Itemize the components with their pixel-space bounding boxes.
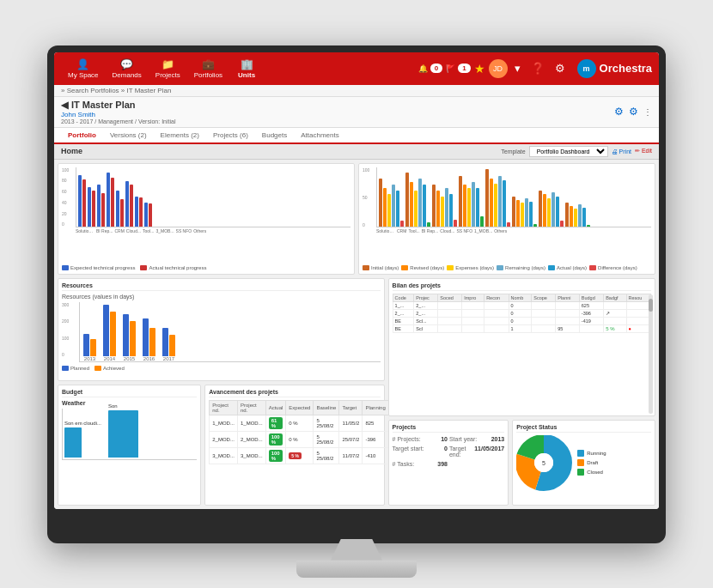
table-row: BEScl...0-419 (393, 317, 650, 324)
right-chart-box: 100 50 0 (358, 163, 655, 275)
tab-elements[interactable]: Elements (2) (154, 128, 206, 144)
projects-icon: 📁 (161, 58, 174, 70)
resources-subtitle: Resources (values in days) (62, 294, 381, 300)
demands-icon: 💬 (120, 58, 133, 70)
title-actions: ⚙ ⚙ ⋮ (614, 106, 652, 118)
left-column: Resources Resources (values in days) 300… (58, 278, 385, 506)
budget-avancement-row: Budget Weather Son em cloudi... Son (58, 385, 385, 506)
projects-info: # Projects: 10 Start year: 2013 Target s… (393, 435, 505, 468)
dashboard: 100 80 60 40 20 0 (54, 160, 659, 509)
stand-base (296, 561, 417, 578)
bilan-box: Bilan des projets Code Projec Soced Impr (388, 278, 655, 416)
table-row: 1_...2_...0625 (393, 301, 650, 309)
monitor: 👤 My Space 💬 Demands 📁 Projects 💼 Portfo… (47, 45, 666, 543)
left-chart-box: 100 80 60 40 20 0 (58, 163, 355, 275)
nav-projects[interactable]: 📁 Projects (149, 57, 187, 81)
dropdown-icon[interactable]: ▾ (511, 60, 524, 76)
resources-chart: 2013 2014 (79, 302, 381, 362)
status-box: Project Status (512, 420, 655, 506)
left-chart-legend: Expected technical progress Actual techn… (62, 265, 350, 270)
right-column: Bilan des projets Code Projec Soced Impr (388, 278, 655, 506)
settings-gear-icon[interactable]: ⚙ (629, 106, 638, 118)
bilan-table: Code Projec Soced Impro Recon Nomb Scope… (393, 294, 651, 333)
top-navigation: 👤 My Space 💬 Demands 📁 Projects 💼 Portfo… (54, 52, 659, 85)
flag-icon: 🚩 (446, 64, 455, 73)
user-link[interactable]: John Smith (61, 111, 175, 118)
pie-chart: 5 (516, 435, 572, 491)
pie-container: 5 Running (516, 435, 651, 491)
print-button[interactable]: 🖨 Print (612, 149, 631, 155)
tab-attachments[interactable]: Attachments (294, 128, 345, 144)
avancement-title: Avancement des projets (209, 389, 380, 397)
left-bar-chart (76, 167, 350, 227)
template-select[interactable]: Portfolio Dashboard (529, 146, 608, 157)
right-chart-legend: Initial (days) Revised (days) Expenses (… (363, 265, 651, 270)
mid-row: Resources Resources (values in days) 300… (58, 278, 655, 506)
left-chart-area: 100 80 60 40 20 0 (62, 167, 350, 264)
avancement-table: Project nd. Project nd. Actual Expected … (209, 400, 389, 464)
title-bar: ◀ IT Master Plan John Smith 2013 - 2017 … (54, 97, 659, 128)
weather-chart: Son em cloudi... Son (62, 409, 197, 460)
status-title: Project Status (516, 424, 651, 433)
settings-icon[interactable]: ⚙ (552, 60, 569, 76)
nav-my-space[interactable]: 👤 My Space (61, 57, 106, 81)
resources-box: Resources Resources (values in days) 300… (58, 278, 385, 381)
logo: m Orchestra (577, 59, 652, 78)
title-left: ◀ IT Master Plan John Smith 2013 - 2017 … (61, 100, 175, 124)
notification-flag[interactable]: 🚩 1 (446, 64, 470, 73)
portfolios-icon: 💼 (202, 58, 215, 70)
table-row: 2_MOD... 2_MOD... 100 % 0 % 5 25/08/2 25… (210, 431, 389, 447)
nav-units[interactable]: 🏢 Units (229, 57, 264, 81)
resources-legend: Planned Achieved (62, 366, 381, 371)
bilan-title: Bilan des projets (393, 282, 651, 291)
tab-projects[interactable]: Projects (6) (206, 128, 255, 144)
projects-title: Projects (393, 424, 505, 433)
projects-box: Projects # Projects: 10 Start year: 2013 (388, 420, 509, 506)
avancement-box: Avancement des projets Project nd. Proje… (204, 385, 384, 506)
help-icon[interactable]: ❓ (527, 60, 548, 76)
table-row: 1_MOD... 1_MOD... 61 % 0 % 5 25/08/2 11/… (210, 415, 389, 431)
top-charts-row: 100 80 60 40 20 0 (58, 163, 655, 275)
notification-bell[interactable]: 🔔 0 (418, 64, 442, 73)
tab-portfolio[interactable]: Portfolio (61, 128, 103, 144)
monitor-stand (296, 539, 417, 582)
collapse-arrow[interactable]: ◀ (61, 100, 68, 111)
favorites-icon[interactable]: ★ (474, 62, 485, 76)
pie-legend: Running Draft Closed (577, 450, 606, 476)
svg-text:5: 5 (542, 460, 545, 466)
table-row: 3_MOD... 3_MOD... 100 % 5 % 5 25/08/2 11… (210, 447, 389, 464)
projects-status-row: Projects # Projects: 10 Start year: 2013 (388, 420, 655, 506)
template-bar: Template Portfolio Dashboard 🖨 Print ✏ E… (501, 146, 652, 157)
table-row: 2_...2_...0-396↗ (393, 309, 650, 317)
nav-right-area: 🔔 0 🚩 1 ★ JD ▾ ❓ ⚙ m Orchestra (418, 59, 652, 78)
more-options-icon[interactable]: ⋮ (643, 107, 652, 117)
right-bar-chart (376, 167, 651, 227)
avatar[interactable]: JD (489, 59, 508, 78)
tab-bar: Portfolio Versions (2) Elements (2) Proj… (54, 128, 659, 144)
section-home-label: Home (61, 147, 82, 155)
config-gear-icon[interactable]: ⚙ (614, 106, 624, 118)
units-icon: 🏢 (241, 58, 253, 70)
nav-portfolios[interactable]: 💼 Portfolios (187, 57, 229, 81)
tab-versions[interactable]: Versions (2) (103, 128, 154, 144)
bell-icon: 🔔 (418, 64, 428, 73)
table-row: BEScl1955 %● (393, 324, 650, 332)
breadcrumb: » Search Portfolios » IT Master Plan (54, 85, 659, 97)
budget-title: Budget (62, 389, 197, 397)
user-icon: 👤 (76, 58, 89, 70)
budget-box: Budget Weather Son em cloudi... Son (58, 385, 201, 506)
resources-title: Resources (62, 282, 381, 291)
screen: 👤 My Space 💬 Demands 📁 Projects 💼 Portfo… (54, 52, 659, 509)
main-content: Home Template Portfolio Dashboard 🖨 Prin… (54, 144, 659, 509)
logo-icon: m (577, 59, 596, 78)
page-title: ◀ IT Master Plan (61, 100, 175, 111)
title-meta: 2013 - 2017 / Management / Version: Init… (61, 118, 175, 124)
stand-neck (331, 539, 382, 561)
tab-budgets[interactable]: Budgets (255, 128, 294, 144)
nav-demands[interactable]: 💬 Demands (106, 57, 149, 81)
right-chart-area: 100 50 0 (363, 167, 651, 264)
edit-button[interactable]: ✏ Edit (635, 148, 652, 155)
